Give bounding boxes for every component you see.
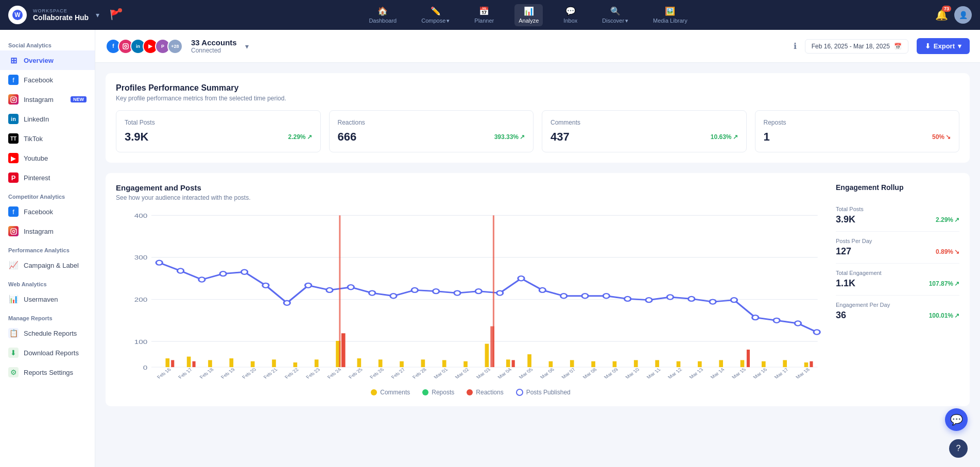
legend-label-posts: Posts Published bbox=[526, 389, 571, 396]
svg-rect-55 bbox=[512, 360, 515, 367]
performance-analytics-section-title: Performance Analytics bbox=[0, 241, 95, 255]
svg-text:Feb 20: Feb 20 bbox=[240, 367, 257, 379]
svg-text:Feb 17: Feb 17 bbox=[177, 367, 193, 379]
legend-dot-reactions bbox=[467, 389, 473, 395]
svg-text:300: 300 bbox=[134, 254, 148, 261]
schedule-reports-icon: 📋 bbox=[8, 328, 19, 338]
svg-text:Feb 24: Feb 24 bbox=[326, 367, 342, 379]
workspace-label: WORKSPACE bbox=[33, 8, 89, 13]
workspace-dropdown-icon[interactable]: ▾ bbox=[96, 11, 99, 19]
nav-compose[interactable]: ✏️ Compose ▾ bbox=[417, 4, 454, 26]
chart-legend: Comments Reposts Reactions Posts Pu bbox=[116, 389, 826, 396]
svg-text:Mar 11: Mar 11 bbox=[645, 367, 662, 379]
nav-analyze[interactable]: 📊 Analyze bbox=[514, 4, 543, 26]
flag-button[interactable]: 🚩 bbox=[110, 9, 121, 21]
svg-rect-27 bbox=[315, 359, 319, 367]
sidebar-item-comp-facebook[interactable]: f Facebook bbox=[0, 202, 95, 221]
svg-text:Mar 07: Mar 07 bbox=[560, 367, 576, 379]
svg-point-88 bbox=[795, 321, 801, 325]
instagram-icon bbox=[8, 94, 19, 105]
svg-point-70 bbox=[411, 288, 418, 292]
accounts-sub: Connected bbox=[191, 47, 237, 54]
main-content: f in ▶ P +28 33 Accounts Connected ▾ ℹ F… bbox=[95, 30, 980, 467]
svg-rect-32 bbox=[421, 359, 425, 367]
rollup-posts-per-day-label: Posts Per Day bbox=[836, 238, 959, 244]
sidebar-item-linkedin[interactable]: in LinkedIn bbox=[0, 109, 95, 129]
svg-rect-43 bbox=[655, 360, 659, 367]
nav-discover[interactable]: 🔍 Discover ▾ bbox=[598, 4, 632, 26]
sidebar-item-campaign[interactable]: 📈 Campaign & Label bbox=[0, 255, 95, 275]
nav-dashboard[interactable]: 🏠 Dashboard bbox=[365, 4, 401, 26]
rollup-total-posts: Total Posts 3.9K 2.29%↗ bbox=[836, 200, 959, 232]
svg-rect-22 bbox=[208, 360, 212, 367]
export-label: Export bbox=[934, 42, 955, 50]
svg-point-75 bbox=[518, 276, 524, 281]
sidebar-item-overview[interactable]: ⊞ Overview bbox=[0, 50, 95, 70]
sidebar-item-usermaven[interactable]: 📊 Usermaven bbox=[0, 289, 95, 309]
reactions-up-arrow: ↗ bbox=[520, 133, 525, 141]
notifications-badge: 73 bbox=[942, 6, 951, 12]
svg-point-89 bbox=[814, 330, 820, 334]
rollup-total-posts-label: Total Posts bbox=[836, 206, 959, 212]
rollup-engagement-per-day: Engagement Per Day 36 100.01%↗ bbox=[836, 296, 959, 327]
sidebar-item-reports-settings[interactable]: ⚙ Reports Settings bbox=[0, 362, 95, 382]
nav-inbox[interactable]: 💬 Inbox bbox=[559, 4, 581, 26]
nav-planner[interactable]: 📅 Planner bbox=[470, 4, 498, 26]
svg-rect-51 bbox=[171, 360, 174, 367]
sidebar-item-instagram[interactable]: Instagram NEW bbox=[0, 90, 95, 109]
accounts-dropdown-button[interactable]: ▾ bbox=[245, 42, 249, 50]
svg-text:Mar 05: Mar 05 bbox=[518, 367, 534, 379]
sidebar-item-comp-instagram[interactable]: Instagram bbox=[0, 221, 95, 241]
rollup-posts-per-day-change: 0.89%↘ bbox=[936, 248, 959, 255]
nav-discover-label: Discover bbox=[602, 18, 624, 24]
svg-text:Mar 06: Mar 06 bbox=[539, 367, 555, 379]
instagram-new-badge: NEW bbox=[71, 96, 87, 102]
help-fab-button[interactable]: ? bbox=[949, 439, 968, 458]
svg-rect-57 bbox=[810, 361, 813, 367]
sidebar-item-facebook[interactable]: f Facebook bbox=[0, 70, 95, 90]
workspace-name: Collaborate Hub bbox=[33, 13, 89, 22]
export-dropdown-icon: ▾ bbox=[958, 42, 961, 50]
nav-analyze-label: Analyze bbox=[519, 18, 539, 24]
nav-planner-label: Planner bbox=[474, 18, 494, 24]
web-analytics-section-title: Web Analytics bbox=[0, 275, 95, 289]
sidebar-item-youtube[interactable]: ▶ Youtube bbox=[0, 148, 95, 168]
svg-rect-8 bbox=[123, 44, 128, 49]
info-button[interactable]: ℹ bbox=[794, 41, 797, 51]
nav-media-library[interactable]: 🖼️ Media Library bbox=[649, 4, 692, 26]
sidebar-item-download-reports[interactable]: ⬇ Download Reports bbox=[0, 343, 95, 362]
workspace-selector[interactable]: WORKSPACE Collaborate Hub bbox=[33, 8, 89, 22]
svg-text:Mar 10: Mar 10 bbox=[624, 367, 640, 379]
facebook-icon: f bbox=[8, 75, 19, 85]
export-button[interactable]: ⬇ Export ▾ bbox=[917, 38, 970, 54]
svg-point-86 bbox=[752, 315, 759, 320]
legend-comments: Comments bbox=[371, 389, 410, 396]
legend-dot-reposts bbox=[422, 389, 428, 395]
svg-text:0: 0 bbox=[143, 364, 148, 371]
app-logo[interactable]: W bbox=[8, 6, 27, 24]
svg-rect-25 bbox=[272, 359, 276, 367]
sidebar-item-tiktok[interactable]: TT TikTok bbox=[0, 129, 95, 148]
user-avatar[interactable]: 👤 bbox=[954, 6, 972, 24]
svg-text:Feb 16: Feb 16 bbox=[156, 367, 172, 379]
notifications-button[interactable]: 🔔73 bbox=[935, 9, 948, 21]
svg-point-73 bbox=[475, 289, 482, 293]
chat-fab-button[interactable]: 💬 bbox=[945, 408, 968, 431]
nav-dashboard-label: Dashboard bbox=[369, 18, 397, 24]
export-icon: ⬇ bbox=[925, 42, 931, 50]
svg-text:Mar 17: Mar 17 bbox=[773, 367, 789, 379]
sidebar-item-schedule-reports[interactable]: 📋 Schedule Reports bbox=[0, 323, 95, 343]
svg-rect-45 bbox=[698, 361, 702, 367]
date-range-picker[interactable]: Feb 16, 2025 - Mar 18, 2025 📅 bbox=[805, 39, 908, 54]
sidebar-item-pinterest[interactable]: P Pinterest bbox=[0, 168, 95, 187]
svg-rect-42 bbox=[634, 360, 638, 367]
svg-text:Feb 26: Feb 26 bbox=[368, 367, 385, 379]
discover-icon: 🔍 bbox=[610, 6, 621, 16]
svg-point-64 bbox=[284, 301, 290, 305]
rollup-total-engagement-change: 107.87%↗ bbox=[929, 280, 959, 287]
date-range-text: Feb 16, 2025 - Mar 18, 2025 bbox=[812, 43, 890, 50]
accounts-info: 33 Accounts Connected bbox=[191, 38, 237, 54]
accounts-count: 33 Accounts bbox=[191, 38, 237, 47]
svg-text:W: W bbox=[14, 11, 21, 19]
sidebar-comp-facebook-label: Facebook bbox=[24, 208, 53, 216]
